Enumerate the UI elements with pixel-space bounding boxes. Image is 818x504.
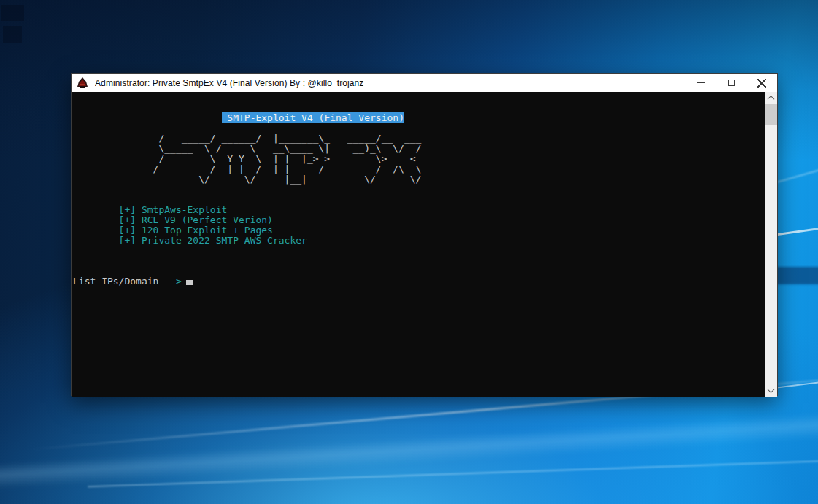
maximize-icon (728, 80, 735, 86)
text-cursor (186, 280, 193, 285)
window-titlebar[interactable]: Administrator: Private SmtpEx V4 (Final … (72, 74, 777, 92)
wallpaper-beam (0, 410, 818, 490)
minimize-icon (697, 82, 705, 83)
wallpaper-beam (88, 460, 818, 488)
window-controls (685, 74, 777, 92)
console-area: SMTP-Exploit V4 (Final Version) ________… (72, 92, 777, 397)
close-icon (757, 79, 766, 88)
blank-line (73, 256, 765, 266)
prompt-label: List IPs/Domain (73, 276, 164, 287)
wallpaper-shadow (3, 26, 22, 43)
menu-item: [+] SmtpAws-Exploit (73, 205, 765, 215)
ascii-art-line: _________ __ ___________ (73, 123, 765, 133)
chevron-down-icon (768, 386, 775, 393)
scroll-up-button[interactable] (765, 92, 777, 104)
ascii-art-line: /_______ /__|_| /__| | __/_______ /__/\_… (73, 164, 765, 174)
console-window: Administrator: Private SmtpEx V4 (Final … (71, 73, 778, 396)
minimize-button[interactable] (685, 74, 716, 92)
ascii-art-line: / \ Y Y \ | | |_> > \> < (73, 154, 765, 164)
prompt-line[interactable]: List IPs/Domain --> (73, 276, 765, 287)
maximize-button[interactable] (716, 74, 746, 92)
blank-line (73, 185, 765, 195)
console-output[interactable]: SMTP-Exploit V4 (Final Version) ________… (72, 92, 765, 397)
ascii-art-line: / _____/ ______/ |_______\_ _____/__ ___ (73, 133, 765, 144)
blank-line (73, 246, 765, 256)
blank-line (73, 103, 765, 113)
ascii-art-line: \/ \/ |__| \/ \/ (73, 174, 765, 185)
menu-item: [+] 120 Top Exploit + Pages (73, 225, 765, 236)
banner-title: SMTP-Exploit V4 (Final Version) (222, 112, 404, 123)
close-button[interactable] (746, 74, 777, 92)
blank-line (73, 266, 765, 276)
menu-item: [+] Private 2022 SMTP-AWS Cracker (73, 236, 765, 246)
ascii-art-line: \_____ \ / \ __\____ \| __)_\ \/ / (73, 144, 765, 154)
prompt-arrow: --> (164, 276, 181, 287)
blank-line (73, 195, 765, 205)
scroll-down-button[interactable] (765, 384, 777, 397)
wallpaper-shadow (1, 5, 24, 21)
blank-line (73, 93, 765, 103)
banner-line: SMTP-Exploit V4 (Final Version) (73, 113, 765, 123)
scrollbar-track[interactable] (765, 125, 777, 384)
desktop-wallpaper: Administrator: Private SmtpEx V4 (Final … (0, 0, 818, 504)
menu-item: [+] RCE V9 (Perfect Verion) (73, 215, 765, 225)
banner-indent (73, 112, 222, 123)
scrollbar-thumb[interactable] (765, 104, 777, 125)
window-title: Administrator: Private SmtpEx V4 (Final … (95, 78, 685, 88)
chevron-up-icon (768, 96, 775, 103)
app-icon (77, 77, 88, 88)
scrollbar[interactable] (765, 92, 777, 397)
